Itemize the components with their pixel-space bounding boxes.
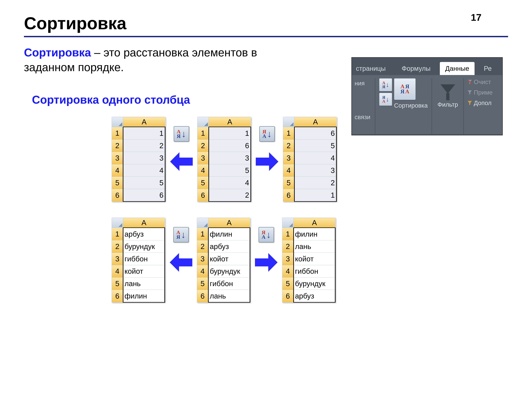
row-header[interactable]: 2 — [112, 139, 123, 152]
cell[interactable]: койот — [123, 265, 165, 278]
row-header[interactable]: 1 — [112, 127, 123, 139]
ribbon-tab-formulas[interactable]: Формулы — [395, 62, 437, 75]
cell[interactable]: филин — [294, 228, 335, 240]
col-header-a[interactable]: A — [123, 117, 165, 127]
row-header[interactable]: 2 — [283, 139, 294, 152]
row-header[interactable]: 6 — [197, 189, 209, 202]
cell[interactable]: бурундук — [123, 240, 165, 253]
cell[interactable]: арбуз — [209, 240, 250, 253]
filter-clear-button[interactable]: Очист — [467, 78, 491, 86]
row-header[interactable]: 1 — [283, 127, 294, 139]
select-all-corner[interactable] — [283, 117, 294, 127]
cell[interactable]: 5 — [294, 139, 336, 152]
cell[interactable]: 2 — [123, 139, 165, 152]
ribbon-tab-pagelayout[interactable]: страницы — [356, 62, 392, 75]
cell[interactable]: койот — [294, 253, 335, 265]
sort-desc-button[interactable]: ЯА↓ — [259, 227, 274, 242]
col-header-a[interactable]: A — [123, 218, 165, 228]
cell[interactable]: 3 — [294, 164, 336, 177]
cell[interactable]: гиббон — [294, 265, 335, 278]
select-all-corner[interactable] — [112, 218, 123, 228]
cell[interactable]: 6 — [209, 139, 251, 152]
row-header[interactable]: 1 — [197, 228, 209, 240]
row-header[interactable]: 1 — [282, 228, 294, 240]
row-header[interactable]: 3 — [197, 152, 209, 164]
row-header[interactable]: 3 — [282, 253, 294, 265]
ribbon-tab-review[interactable]: Ре — [477, 62, 492, 75]
row-header[interactable]: 6 — [283, 189, 294, 202]
row-header[interactable]: 4 — [112, 164, 123, 177]
cell[interactable]: бурундук — [294, 278, 335, 290]
row-header[interactable]: 4 — [197, 164, 209, 177]
row-header[interactable]: 5 — [282, 278, 294, 290]
select-all-corner[interactable] — [112, 117, 123, 127]
col-header-a[interactable]: A — [294, 218, 335, 228]
cell[interactable]: 2 — [209, 189, 251, 202]
cell[interactable]: 6 — [294, 127, 336, 139]
select-all-corner[interactable] — [197, 218, 209, 228]
cell[interactable]: арбуз — [123, 228, 165, 240]
row-header[interactable]: 1 — [112, 228, 123, 240]
row-header[interactable]: 6 — [197, 290, 209, 303]
cell[interactable]: лань — [294, 240, 335, 253]
cell[interactable]: 6 — [123, 189, 165, 202]
col-header-a[interactable]: A — [209, 117, 251, 127]
cell[interactable]: 5 — [123, 177, 165, 189]
cell[interactable]: койот — [209, 253, 250, 265]
row-header[interactable]: 4 — [197, 265, 209, 278]
cell[interactable]: 5 — [209, 164, 251, 177]
sort-desc-button[interactable]: ЯА↓ — [259, 126, 275, 142]
sort-desc-button[interactable]: ЯА↓ — [379, 93, 392, 106]
row-header[interactable]: 4 — [282, 265, 294, 278]
cell[interactable]: 1 — [123, 127, 165, 139]
cell[interactable]: гиббон — [209, 278, 250, 290]
cell[interactable]: филин — [209, 228, 250, 240]
filter-advanced-button[interactable]: Допол — [467, 99, 492, 107]
cell[interactable]: 1 — [294, 189, 336, 202]
cell[interactable]: 4 — [294, 152, 336, 164]
row-header[interactable]: 5 — [283, 177, 294, 189]
cell[interactable]: 4 — [209, 177, 251, 189]
row-header[interactable]: 2 — [282, 240, 294, 253]
cell[interactable]: филин — [123, 290, 165, 303]
cell[interactable]: 3 — [209, 152, 251, 164]
sort-asc-button[interactable]: АЯ↓ — [173, 227, 189, 242]
row-header[interactable]: 5 — [197, 278, 209, 290]
filter-button[interactable] — [437, 78, 458, 100]
row-header[interactable]: 6 — [112, 189, 123, 202]
cell[interactable]: 4 — [123, 164, 165, 177]
cell[interactable]: лань — [123, 278, 165, 290]
sort-asc-button[interactable]: АЯ↓ — [174, 126, 189, 142]
select-all-corner[interactable] — [282, 218, 294, 228]
row-header[interactable]: 3 — [112, 152, 123, 164]
row-header[interactable]: 5 — [112, 177, 123, 189]
row-header[interactable]: 4 — [283, 164, 294, 177]
row-header[interactable]: 5 — [197, 177, 209, 189]
row-header[interactable]: 4 — [112, 265, 123, 278]
row-header[interactable]: 3 — [197, 253, 209, 265]
sort-dialog-button[interactable]: АЯЯА — [394, 78, 416, 100]
select-all-corner[interactable] — [197, 117, 209, 127]
col-header-a[interactable]: A — [209, 218, 250, 228]
col-header-a[interactable]: A — [294, 117, 336, 127]
cell[interactable]: лань — [209, 290, 250, 303]
row-header[interactable]: 2 — [197, 139, 209, 152]
filter-reapply-button[interactable]: Приме — [467, 89, 493, 96]
row-header[interactable]: 6 — [112, 290, 123, 303]
sort-asc-button[interactable]: АЯ↓ — [379, 78, 392, 91]
cell[interactable]: 3 — [123, 152, 165, 164]
row-header[interactable]: 2 — [112, 240, 123, 253]
cell[interactable]: 2 — [294, 177, 336, 189]
cell[interactable]: арбуз — [294, 290, 335, 303]
cell[interactable]: 1 — [209, 127, 251, 139]
row-header[interactable]: 6 — [282, 290, 294, 303]
row-header[interactable]: 1 — [197, 127, 209, 139]
ribbon-tab-data[interactable]: Данные — [440, 62, 475, 75]
example-row-text: A 1арбуз2бурундук3гиббон4койот5лань6фили… — [112, 218, 508, 303]
cell[interactable]: бурундук — [209, 265, 250, 278]
row-header[interactable]: 5 — [112, 278, 123, 290]
row-header[interactable]: 3 — [112, 253, 123, 265]
row-header[interactable]: 2 — [197, 240, 209, 253]
row-header[interactable]: 3 — [283, 152, 294, 164]
cell[interactable]: гиббон — [123, 253, 165, 265]
